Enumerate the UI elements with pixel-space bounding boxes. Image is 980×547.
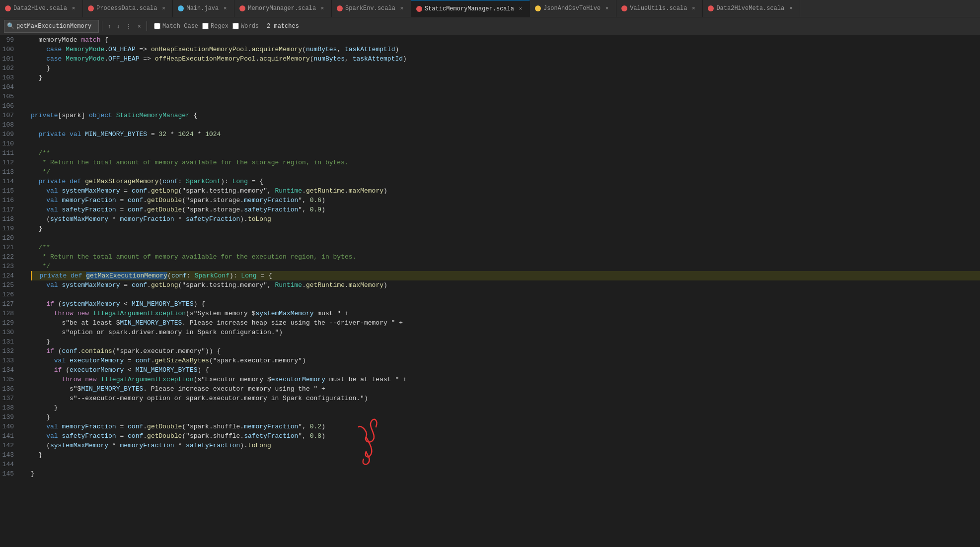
fold-icon[interactable]: [15, 178, 22, 185]
words-checkbox[interactable]: [232, 23, 239, 29]
code-line[interactable]: (systemMaxMemory * memoryFraction * safe…: [31, 441, 980, 450]
fold-icon[interactable]: [15, 461, 22, 468]
code-line[interactable]: (systemMaxMemory * memoryFraction * safe…: [31, 214, 980, 224]
fold-icon[interactable]: [15, 46, 22, 53]
fold-icon[interactable]: [15, 93, 22, 100]
fold-icon[interactable]: [15, 65, 22, 72]
fold-icon[interactable]: [15, 291, 22, 298]
fold-icon[interactable]: [15, 452, 22, 459]
code-line[interactable]: }: [31, 73, 980, 82]
select-all-matches-button[interactable]: ⋮: [123, 21, 134, 31]
search-input[interactable]: [16, 23, 96, 30]
fold-icon[interactable]: [15, 197, 22, 204]
code-line[interactable]: }: [31, 450, 980, 460]
code-line[interactable]: val safetyFraction = conf.getDouble("spa…: [31, 205, 980, 214]
code-line[interactable]: val memoryFraction = conf.getDouble("spa…: [31, 422, 980, 431]
fold-icon[interactable]: [15, 244, 22, 251]
code-line[interactable]: private def getMaxExecutionMemory(conf: …: [31, 271, 980, 280]
tab-data2hivemeta[interactable]: Data2HiveMeta.scala ×: [703, 0, 800, 17]
fold-icon[interactable]: [15, 188, 22, 195]
code-line[interactable]: /**: [31, 148, 980, 158]
tab-close-memorymanager[interactable]: ×: [318, 4, 326, 12]
fold-icon[interactable]: [15, 37, 22, 44]
code-line[interactable]: throw new IllegalArgumentException(s"Sys…: [31, 309, 980, 318]
code-line[interactable]: }: [31, 469, 980, 479]
tab-close-staticmemory[interactable]: ×: [517, 5, 525, 13]
fold-icon[interactable]: [15, 131, 22, 138]
fold-icon[interactable]: [15, 206, 22, 213]
fold-icon[interactable]: [15, 112, 22, 119]
close-search-button[interactable]: ×: [135, 21, 144, 31]
match-case-checkbox[interactable]: [154, 23, 160, 29]
fold-icon[interactable]: [15, 310, 22, 317]
fold-icon[interactable]: [15, 471, 22, 478]
fold-icon[interactable]: [15, 169, 22, 176]
fold-icon[interactable]: [15, 273, 22, 279]
next-match-button[interactable]: ↓: [114, 21, 122, 31]
fold-icon[interactable]: [15, 433, 22, 440]
fold-icon[interactable]: [15, 225, 22, 232]
fold-icon[interactable]: [15, 84, 22, 91]
tab-close-main[interactable]: ×: [221, 4, 229, 12]
code-line[interactable]: val executorMemory = conf.getSizeAsBytes…: [31, 356, 980, 365]
code-line[interactable]: }: [31, 337, 980, 346]
tab-data2hive[interactable]: Data2Hive.scala ×: [0, 0, 83, 17]
fold-icon[interactable]: [15, 122, 22, 129]
code-line[interactable]: private def getMaxStorageMemory(conf: Sp…: [31, 177, 980, 186]
code-line[interactable]: if (conf.contains("spark.executor.memory…: [31, 346, 980, 356]
code-line[interactable]: */: [31, 262, 980, 271]
code-line[interactable]: if (systemMaxMemory < MIN_MEMORY_BYTES) …: [31, 299, 980, 309]
fold-icon[interactable]: [15, 103, 22, 110]
fold-icon[interactable]: [15, 150, 22, 157]
tab-main[interactable]: Main.java ×: [173, 0, 234, 17]
code-line[interactable]: [31, 101, 980, 111]
fold-icon[interactable]: [15, 282, 22, 289]
code-line[interactable]: s"$MIN_MEMORY_BYTES. Please increase exe…: [31, 384, 980, 394]
code-line[interactable]: * Return the total amount of memory avai…: [31, 158, 980, 167]
code-line[interactable]: private[spark] object StaticMemoryManage…: [31, 111, 980, 120]
match-case-option[interactable]: Match Case: [154, 23, 198, 30]
code-line[interactable]: [31, 233, 980, 243]
code-line[interactable]: private val MIN_MEMORY_BYTES = 32 * 1024…: [31, 130, 980, 139]
code-line[interactable]: case MemoryMode.OFF_HEAP => offHeapExecu…: [31, 54, 980, 64]
code-line[interactable]: * Return the total amount of memory avai…: [31, 252, 980, 262]
code-content[interactable]: memoryMode match { case MemoryMode.ON_HE…: [26, 35, 980, 547]
tab-close-valueutils[interactable]: ×: [689, 4, 697, 12]
tab-valueutils[interactable]: ValueUtils.scala ×: [616, 0, 703, 17]
fold-icon[interactable]: [15, 423, 22, 430]
code-line[interactable]: [31, 92, 980, 101]
code-line[interactable]: val systemMaxMemory = conf.getLong("spar…: [31, 186, 980, 196]
code-line[interactable]: }: [31, 403, 980, 412]
fold-icon[interactable]: [15, 140, 22, 147]
code-line[interactable]: val safetyFraction = conf.getDouble("spa…: [31, 431, 980, 441]
code-line[interactable]: case MemoryMode.ON_HEAP => onHeapExecuti…: [31, 45, 980, 54]
code-line[interactable]: s"--executor-memory option or spark.exec…: [31, 394, 980, 403]
regex-option[interactable]: Regex: [202, 23, 228, 30]
fold-icon[interactable]: [15, 339, 22, 345]
fold-icon[interactable]: [15, 329, 22, 336]
tab-processdata[interactable]: ProcessData.scala ×: [83, 0, 173, 17]
code-line[interactable]: throw new IllegalArgumentException(s"Exe…: [31, 375, 980, 384]
fold-icon[interactable]: [15, 442, 22, 449]
fold-icon[interactable]: [15, 301, 22, 308]
code-line[interactable]: val systemMaxMemory = conf.getLong("spar…: [31, 280, 980, 290]
fold-icon[interactable]: [15, 348, 22, 355]
code-line[interactable]: s"be at least $MIN_MEMORY_BYTES. Please …: [31, 318, 980, 328]
fold-icon[interactable]: [15, 357, 22, 364]
regex-checkbox[interactable]: [202, 23, 209, 29]
code-line[interactable]: if (executorMemory < MIN_MEMORY_BYTES) {: [31, 365, 980, 375]
words-option[interactable]: Words: [232, 23, 259, 30]
fold-icon[interactable]: [15, 376, 22, 383]
fold-icon[interactable]: [15, 386, 22, 393]
fold-icon[interactable]: [15, 320, 22, 327]
tab-close-sparkenv[interactable]: ×: [398, 4, 406, 12]
code-line[interactable]: */: [31, 167, 980, 177]
tab-sparkenv[interactable]: SparkEnv.scala ×: [332, 0, 411, 17]
code-line[interactable]: }: [31, 224, 980, 233]
code-line[interactable]: [31, 120, 980, 130]
code-line[interactable]: [31, 139, 980, 148]
code-line[interactable]: /**: [31, 243, 980, 252]
code-line[interactable]: [31, 460, 980, 469]
fold-icon[interactable]: [15, 395, 22, 402]
tab-close-jsonandcsv[interactable]: ×: [603, 4, 611, 12]
